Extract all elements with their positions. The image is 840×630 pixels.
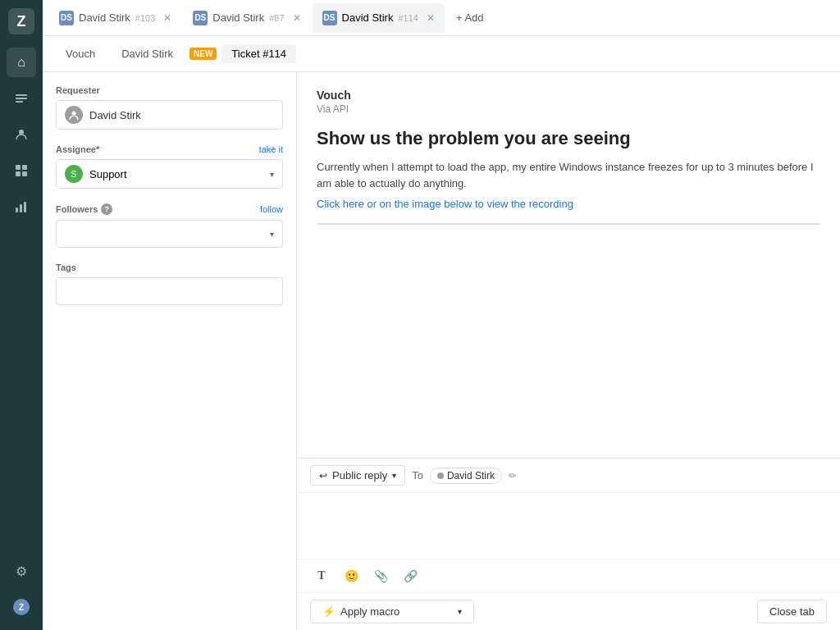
ticket-recording-link[interactable]: Click here or on the image below to view… — [317, 198, 573, 210]
recipient-dot-icon — [437, 472, 444, 479]
users-icon[interactable] — [7, 120, 36, 149]
assignee-icon: S — [65, 165, 83, 183]
breadcrumb-bar: Vouch David Stirk NEW Ticket #114 — [43, 36, 840, 72]
tags-section: Tags — [56, 262, 283, 305]
tab-103[interactable]: DS David Stirk #103 ✕ — [49, 3, 181, 33]
requester-avatar — [65, 106, 83, 124]
assignee-section: Assignee* take it S Support ▾ — [56, 144, 283, 189]
svg-rect-2 — [16, 94, 27, 96]
attachment-icon[interactable]: 📎 — [369, 564, 392, 587]
reply-bar: ↩ Public reply ▾ To David Stirk ✏ T — [297, 458, 840, 630]
followers-chevron-icon: ▾ — [270, 230, 274, 239]
left-panel: Requester David Stirk Assignee* — [43, 72, 297, 630]
tab-103-avatar: DS — [59, 11, 74, 25]
tab-103-number: #103 — [135, 13, 155, 23]
ticket-content: Vouch Via API Show us the problem you ar… — [297, 72, 840, 458]
breadcrumb-david-stirk[interactable]: David Stirk — [112, 44, 183, 63]
followers-info-icon[interactable]: ? — [101, 203, 112, 215]
macro-chevron-icon: ▾ — [458, 607, 462, 616]
requester-section: Requester David Stirk — [56, 85, 283, 130]
svg-rect-12 — [24, 202, 26, 212]
tab-114[interactable]: DS David Stirk #114 ✕ — [313, 3, 445, 33]
reply-type-label: Public reply — [332, 469, 387, 482]
tab-103-label: David Stirk — [79, 11, 130, 24]
apply-macro-button[interactable]: ⚡ Apply macro ▾ — [310, 600, 474, 623]
ticket-new-badge: NEW — [189, 48, 217, 60]
reply-type-button[interactable]: ↩ Public reply ▾ — [310, 465, 405, 486]
app-logo[interactable]: Z — [8, 8, 34, 34]
assignee-field[interactable]: S Support ▾ — [56, 159, 283, 189]
text-format-icon[interactable]: T — [310, 564, 333, 587]
assignee-chevron-icon: ▾ — [270, 170, 274, 179]
svg-rect-9 — [22, 171, 27, 176]
svg-rect-4 — [16, 101, 23, 103]
svg-rect-6 — [16, 165, 21, 170]
reports-icon[interactable] — [7, 192, 36, 221]
tab-87-close[interactable]: ✕ — [293, 12, 301, 24]
svg-point-15 — [72, 112, 76, 116]
tab-bar: DS David Stirk #103 ✕ DS David Stirk #87… — [43, 0, 840, 36]
reply-type-chevron-icon: ▾ — [392, 471, 396, 480]
tab-114-avatar: DS — [322, 11, 337, 25]
tags-field[interactable] — [56, 277, 283, 305]
tab-103-close[interactable]: ✕ — [163, 12, 171, 24]
follow-link[interactable]: follow — [260, 204, 283, 214]
followers-section: Followers ? follow ▾ — [56, 203, 283, 248]
screenshot-container[interactable]: Most used ▶ Get Started 🗺 Maps — [317, 223, 820, 225]
tickets-icon[interactable] — [7, 84, 36, 113]
right-panel: Vouch Via API Show us the problem you ar… — [297, 72, 840, 630]
reply-to-label: To — [412, 469, 423, 482]
svg-rect-10 — [16, 208, 18, 212]
assignee-label: Assignee* take it — [56, 144, 283, 154]
recipient-name: David Stirk — [447, 470, 495, 482]
breadcrumb-ticket-114[interactable]: Ticket #114 — [221, 44, 296, 63]
tab-87[interactable]: DS David Stirk #87 ✕ — [183, 3, 310, 33]
reply-to-recipient[interactable]: David Stirk — [430, 468, 502, 484]
add-tab-button[interactable]: + Add — [446, 3, 494, 33]
ticket-source: Vouch Via API — [317, 89, 820, 115]
link-icon[interactable]: 🔗 — [399, 564, 422, 587]
ticket-body-text: Currently when I attempt to load the app… — [317, 159, 820, 191]
ticket-source-title: Vouch — [317, 89, 820, 102]
reply-format-bar: T 🙂 📎 🔗 — [297, 559, 840, 592]
svg-text:Z: Z — [17, 13, 26, 30]
ticket-via: Via API — [317, 103, 820, 115]
taskbar: ⊞ — [317, 223, 819, 224]
svg-rect-7 — [22, 165, 27, 170]
dashboard-icon[interactable] — [7, 156, 36, 185]
assignee-name: Support — [89, 168, 127, 180]
svg-text:Z: Z — [19, 603, 24, 612]
start-menu: Most used ▶ Get Started 🗺 Maps — [317, 223, 793, 224]
requester-name: David Stirk — [89, 109, 141, 121]
main-area: DS David Stirk #103 ✕ DS David Stirk #87… — [43, 0, 840, 630]
svg-point-5 — [19, 130, 24, 135]
home-icon[interactable]: ⌂ — [7, 48, 36, 77]
ticket-heading: Show us the problem you are seeing — [317, 128, 820, 149]
reply-input-area[interactable] — [297, 493, 840, 559]
macro-lightning-icon: ⚡ — [322, 605, 336, 618]
user-avatar-icon[interactable]: Z — [7, 592, 36, 622]
start-tiles: ✉ Mail Life at a glance Store — [432, 223, 662, 224]
extra-tiles: Play and explore Cards XBOX MC Movies&TV… — [662, 223, 793, 224]
edit-recipient-icon[interactable]: ✏ — [509, 470, 517, 482]
svg-rect-8 — [16, 171, 21, 176]
settings-icon[interactable]: ⚙ — [7, 556, 36, 586]
requester-field[interactable]: David Stirk — [56, 100, 283, 130]
close-tab-button[interactable]: Close tab — [757, 600, 827, 623]
sidebar: Z ⌂ ⚙ — [0, 0, 43, 630]
take-it-link[interactable]: take it — [259, 144, 283, 154]
reply-arrow-icon: ↩ — [319, 470, 327, 482]
macro-label: Apply macro — [340, 605, 399, 618]
followers-field[interactable]: ▾ — [56, 220, 283, 248]
breadcrumb-vouch[interactable]: Vouch — [56, 44, 105, 63]
svg-rect-3 — [16, 98, 27, 99]
followers-label: Followers ? follow — [56, 203, 283, 215]
tab-114-label: David Stirk — [342, 11, 394, 24]
start-menu-left: Most used ▶ Get Started 🗺 Maps — [317, 223, 432, 224]
content-split: Requester David Stirk Assignee* — [43, 72, 840, 630]
tab-87-avatar: DS — [193, 11, 208, 25]
tab-114-close[interactable]: ✕ — [427, 12, 435, 24]
reply-toolbar: ↩ Public reply ▾ To David Stirk ✏ — [297, 459, 840, 493]
tab-87-number: #87 — [269, 13, 284, 23]
emoji-icon[interactable]: 🙂 — [340, 564, 363, 587]
